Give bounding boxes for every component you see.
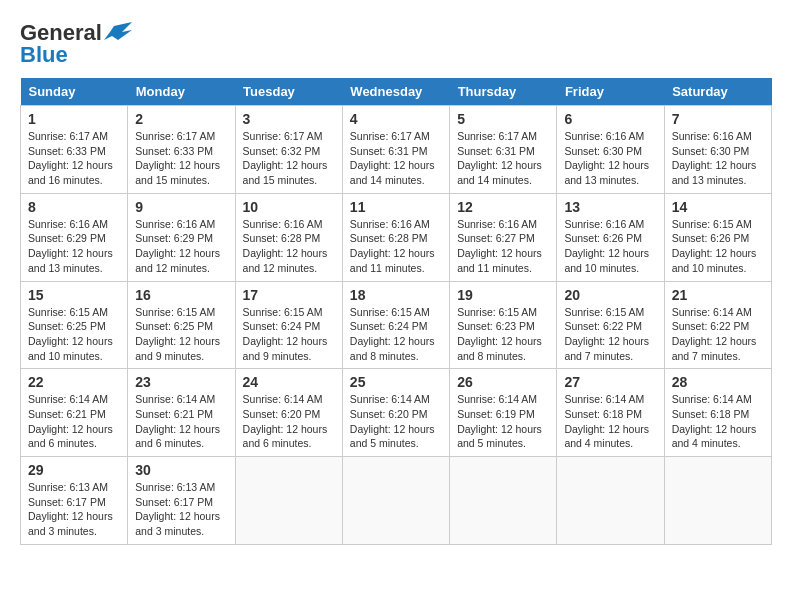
day-number: 9 xyxy=(135,199,227,215)
table-row xyxy=(664,457,771,545)
cell-info: Sunrise: 6:14 AMSunset: 6:21 PMDaylight:… xyxy=(135,393,220,449)
page-header: General Blue xyxy=(20,20,772,68)
day-number: 22 xyxy=(28,374,120,390)
logo-blue: Blue xyxy=(20,42,68,68)
calendar-week-row: 8Sunrise: 6:16 AMSunset: 6:29 PMDaylight… xyxy=(21,193,772,281)
day-number: 12 xyxy=(457,199,549,215)
day-number: 8 xyxy=(28,199,120,215)
day-number: 1 xyxy=(28,111,120,127)
day-number: 15 xyxy=(28,287,120,303)
days-header-row: Sunday Monday Tuesday Wednesday Thursday… xyxy=(21,78,772,106)
cell-info: Sunrise: 6:15 AMSunset: 6:25 PMDaylight:… xyxy=(28,306,113,362)
header-wednesday: Wednesday xyxy=(342,78,449,106)
day-number: 21 xyxy=(672,287,764,303)
table-row: 10Sunrise: 6:16 AMSunset: 6:28 PMDayligh… xyxy=(235,193,342,281)
day-number: 23 xyxy=(135,374,227,390)
cell-info: Sunrise: 6:16 AMSunset: 6:30 PMDaylight:… xyxy=(564,130,649,186)
table-row: 23Sunrise: 6:14 AMSunset: 6:21 PMDayligh… xyxy=(128,369,235,457)
cell-info: Sunrise: 6:16 AMSunset: 6:26 PMDaylight:… xyxy=(564,218,649,274)
table-row: 25Sunrise: 6:14 AMSunset: 6:20 PMDayligh… xyxy=(342,369,449,457)
day-number: 18 xyxy=(350,287,442,303)
cell-info: Sunrise: 6:14 AMSunset: 6:19 PMDaylight:… xyxy=(457,393,542,449)
cell-info: Sunrise: 6:14 AMSunset: 6:18 PMDaylight:… xyxy=(672,393,757,449)
calendar-week-row: 29Sunrise: 6:13 AMSunset: 6:17 PMDayligh… xyxy=(21,457,772,545)
cell-info: Sunrise: 6:17 AMSunset: 6:32 PMDaylight:… xyxy=(243,130,328,186)
day-number: 16 xyxy=(135,287,227,303)
table-row: 7Sunrise: 6:16 AMSunset: 6:30 PMDaylight… xyxy=(664,106,771,194)
day-number: 26 xyxy=(457,374,549,390)
table-row xyxy=(450,457,557,545)
cell-info: Sunrise: 6:15 AMSunset: 6:24 PMDaylight:… xyxy=(243,306,328,362)
table-row: 24Sunrise: 6:14 AMSunset: 6:20 PMDayligh… xyxy=(235,369,342,457)
header-thursday: Thursday xyxy=(450,78,557,106)
table-row: 18Sunrise: 6:15 AMSunset: 6:24 PMDayligh… xyxy=(342,281,449,369)
table-row: 28Sunrise: 6:14 AMSunset: 6:18 PMDayligh… xyxy=(664,369,771,457)
day-number: 4 xyxy=(350,111,442,127)
table-row: 26Sunrise: 6:14 AMSunset: 6:19 PMDayligh… xyxy=(450,369,557,457)
cell-info: Sunrise: 6:15 AMSunset: 6:23 PMDaylight:… xyxy=(457,306,542,362)
cell-info: Sunrise: 6:16 AMSunset: 6:28 PMDaylight:… xyxy=(243,218,328,274)
day-number: 27 xyxy=(564,374,656,390)
table-row: 13Sunrise: 6:16 AMSunset: 6:26 PMDayligh… xyxy=(557,193,664,281)
day-number: 29 xyxy=(28,462,120,478)
table-row: 27Sunrise: 6:14 AMSunset: 6:18 PMDayligh… xyxy=(557,369,664,457)
table-row: 15Sunrise: 6:15 AMSunset: 6:25 PMDayligh… xyxy=(21,281,128,369)
header-sunday: Sunday xyxy=(21,78,128,106)
table-row: 4Sunrise: 6:17 AMSunset: 6:31 PMDaylight… xyxy=(342,106,449,194)
day-number: 3 xyxy=(243,111,335,127)
header-saturday: Saturday xyxy=(664,78,771,106)
logo-bird-icon xyxy=(104,22,132,44)
cell-info: Sunrise: 6:14 AMSunset: 6:22 PMDaylight:… xyxy=(672,306,757,362)
table-row: 11Sunrise: 6:16 AMSunset: 6:28 PMDayligh… xyxy=(342,193,449,281)
table-row xyxy=(557,457,664,545)
day-number: 28 xyxy=(672,374,764,390)
cell-info: Sunrise: 6:17 AMSunset: 6:33 PMDaylight:… xyxy=(135,130,220,186)
cell-info: Sunrise: 6:14 AMSunset: 6:18 PMDaylight:… xyxy=(564,393,649,449)
cell-info: Sunrise: 6:16 AMSunset: 6:29 PMDaylight:… xyxy=(28,218,113,274)
cell-info: Sunrise: 6:17 AMSunset: 6:31 PMDaylight:… xyxy=(350,130,435,186)
table-row: 16Sunrise: 6:15 AMSunset: 6:25 PMDayligh… xyxy=(128,281,235,369)
cell-info: Sunrise: 6:15 AMSunset: 6:25 PMDaylight:… xyxy=(135,306,220,362)
day-number: 19 xyxy=(457,287,549,303)
calendar-week-row: 1Sunrise: 6:17 AMSunset: 6:33 PMDaylight… xyxy=(21,106,772,194)
cell-info: Sunrise: 6:16 AMSunset: 6:27 PMDaylight:… xyxy=(457,218,542,274)
table-row: 2Sunrise: 6:17 AMSunset: 6:33 PMDaylight… xyxy=(128,106,235,194)
table-row: 3Sunrise: 6:17 AMSunset: 6:32 PMDaylight… xyxy=(235,106,342,194)
day-number: 30 xyxy=(135,462,227,478)
table-row: 12Sunrise: 6:16 AMSunset: 6:27 PMDayligh… xyxy=(450,193,557,281)
header-monday: Monday xyxy=(128,78,235,106)
table-row: 30Sunrise: 6:13 AMSunset: 6:17 PMDayligh… xyxy=(128,457,235,545)
cell-info: Sunrise: 6:14 AMSunset: 6:20 PMDaylight:… xyxy=(350,393,435,449)
cell-info: Sunrise: 6:15 AMSunset: 6:22 PMDaylight:… xyxy=(564,306,649,362)
cell-info: Sunrise: 6:15 AMSunset: 6:24 PMDaylight:… xyxy=(350,306,435,362)
table-row xyxy=(235,457,342,545)
table-row xyxy=(342,457,449,545)
cell-info: Sunrise: 6:15 AMSunset: 6:26 PMDaylight:… xyxy=(672,218,757,274)
cell-info: Sunrise: 6:13 AMSunset: 6:17 PMDaylight:… xyxy=(28,481,113,537)
day-number: 6 xyxy=(564,111,656,127)
cell-info: Sunrise: 6:17 AMSunset: 6:33 PMDaylight:… xyxy=(28,130,113,186)
svg-marker-0 xyxy=(104,22,132,40)
day-number: 2 xyxy=(135,111,227,127)
table-row: 29Sunrise: 6:13 AMSunset: 6:17 PMDayligh… xyxy=(21,457,128,545)
table-row: 9Sunrise: 6:16 AMSunset: 6:29 PMDaylight… xyxy=(128,193,235,281)
calendar-week-row: 22Sunrise: 6:14 AMSunset: 6:21 PMDayligh… xyxy=(21,369,772,457)
day-number: 13 xyxy=(564,199,656,215)
cell-info: Sunrise: 6:14 AMSunset: 6:20 PMDaylight:… xyxy=(243,393,328,449)
table-row: 6Sunrise: 6:16 AMSunset: 6:30 PMDaylight… xyxy=(557,106,664,194)
table-row: 19Sunrise: 6:15 AMSunset: 6:23 PMDayligh… xyxy=(450,281,557,369)
cell-info: Sunrise: 6:13 AMSunset: 6:17 PMDaylight:… xyxy=(135,481,220,537)
day-number: 11 xyxy=(350,199,442,215)
day-number: 25 xyxy=(350,374,442,390)
calendar-week-row: 15Sunrise: 6:15 AMSunset: 6:25 PMDayligh… xyxy=(21,281,772,369)
cell-info: Sunrise: 6:16 AMSunset: 6:30 PMDaylight:… xyxy=(672,130,757,186)
table-row: 8Sunrise: 6:16 AMSunset: 6:29 PMDaylight… xyxy=(21,193,128,281)
table-row: 21Sunrise: 6:14 AMSunset: 6:22 PMDayligh… xyxy=(664,281,771,369)
table-row: 17Sunrise: 6:15 AMSunset: 6:24 PMDayligh… xyxy=(235,281,342,369)
day-number: 7 xyxy=(672,111,764,127)
header-friday: Friday xyxy=(557,78,664,106)
table-row: 22Sunrise: 6:14 AMSunset: 6:21 PMDayligh… xyxy=(21,369,128,457)
header-tuesday: Tuesday xyxy=(235,78,342,106)
table-row: 1Sunrise: 6:17 AMSunset: 6:33 PMDaylight… xyxy=(21,106,128,194)
calendar-table: Sunday Monday Tuesday Wednesday Thursday… xyxy=(20,78,772,545)
